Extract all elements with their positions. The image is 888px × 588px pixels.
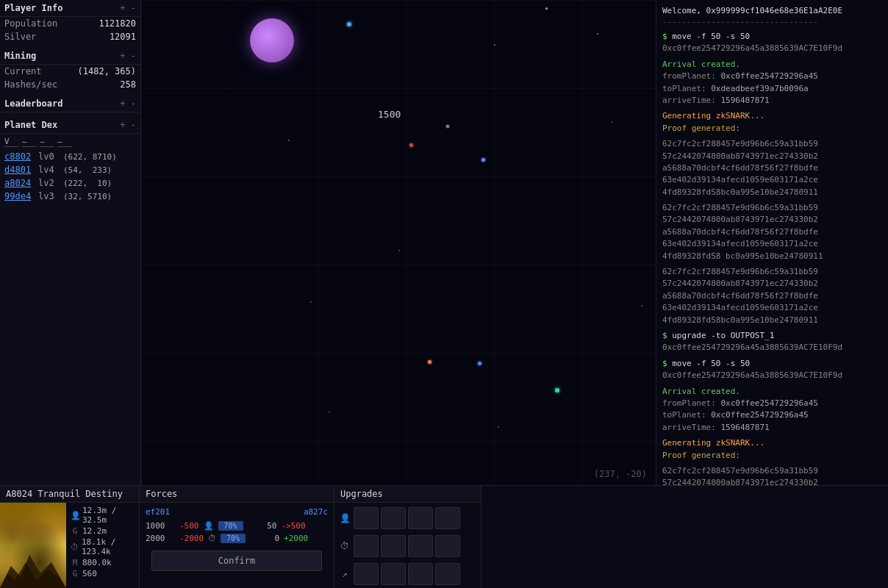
mining-current-label: Current [4, 66, 42, 76]
leaderboard-title: Leaderboard [4, 98, 62, 109]
planet-blue-1[interactable] [347, 22, 351, 26]
bottom-panel: A8024 Tranquil Destiny 👤 12.3m / 32.5m G… [0, 485, 888, 588]
terminal-value: 0xdeadbeef39a7b0096a [706, 84, 809, 93]
map-area[interactable]: 1500 (237, -20) [141, 0, 656, 485]
population-label: Population [4, 18, 57, 29]
planet-gray-1[interactable] [446, 125, 449, 128]
bottom-spacer [481, 486, 888, 588]
upgrade-clock-icon: ⏱ [339, 541, 351, 551]
coord-label: 1500 [378, 109, 401, 120]
terminal-divider: -------------------------------- [662, 17, 882, 26]
planet-id-99de4[interactable]: 99de4 [4, 191, 34, 201]
filter-dash-2[interactable]: – [40, 137, 54, 147]
star-1 [545, 7, 548, 10]
forces-title: Forces [140, 486, 334, 503]
upgrade-cells-clock [354, 535, 460, 557]
terminal-hash-line: 63e402d39134afecd1059e603171a2ce [662, 302, 882, 313]
left-sidebar: Player Info + - Population 1121820 Silve… [0, 0, 141, 485]
population-value: 1121820 [99, 18, 136, 29]
planet-image [0, 503, 66, 588]
g-icon-2: G [71, 569, 79, 578]
map-coords: (237, -20) [594, 469, 647, 479]
terminal-value: 1596487871 [716, 96, 770, 105]
terminal-generating-line: Generating zkSNARK... [662, 437, 882, 448]
prompt-dollar: $ [662, 359, 672, 368]
planet-blue-2[interactable] [481, 158, 485, 162]
planet-coords-a8024: (222, 10) [63, 179, 112, 188]
star-5 [288, 140, 290, 141]
terminal-hash-line: 57c2442074800ab8743971ec274330b2 [662, 278, 882, 289]
star-2 [597, 33, 598, 35]
terminal-label: toPlanet: [662, 84, 706, 93]
upgrade-cell-a1[interactable] [354, 563, 379, 585]
planet-lv-a8024: lv2 [38, 178, 59, 188]
clock-icon-2: ⏱ [208, 534, 216, 543]
terminal-hash-line: 62c7fc2cf288457e9d96b6c59a31bb59 [662, 465, 882, 476]
leaderboard-controls[interactable]: + - [120, 98, 136, 109]
planet-teal-1[interactable] [555, 388, 559, 392]
terminal-green-line: Arrival created. [662, 59, 882, 70]
upgrade-cell-a3[interactable] [408, 563, 433, 585]
terminal-generating-line: Generating zkSNARK... [662, 110, 882, 121]
planet-row-a8024: a8024 lv2 (222, 10) [0, 176, 140, 190]
filter-dash-3[interactable]: – [57, 137, 72, 147]
person-icon-1: 👤 [71, 511, 79, 520]
upgrades-grid: 👤 ⏱ ↗ [334, 503, 481, 588]
force-pos-2: +2000 [284, 534, 308, 543]
upgrade-arrow-icon: ↗ [339, 569, 351, 579]
planet-orange-1[interactable] [428, 360, 432, 364]
terminal-label: fromPlanet: [662, 398, 716, 408]
star-14 [329, 412, 330, 413]
upgrade-cell-a2[interactable] [381, 563, 406, 585]
terminal-line: arriveTime: 1596487871 [662, 95, 882, 106]
upgrade-cell-p3[interactable] [408, 507, 433, 529]
planet-dex-controls[interactable]: + - [120, 120, 136, 130]
terminal-hash-line: a5688a70dcbf4cf6dd78f56f27f8bdfe [662, 226, 882, 237]
upgrade-cell-p1[interactable] [354, 507, 379, 529]
terminal-label: arriveTime: [662, 96, 716, 105]
planet-dex-title: Planet Dex [4, 120, 57, 130]
mining-controls[interactable]: + - [120, 51, 136, 61]
terminal-line: $ upgrade -to OUTPOST_1 [662, 330, 882, 341]
stat-row-g1: G 12.2m [71, 526, 135, 536]
upgrade-cell-c1[interactable] [354, 535, 379, 557]
planet-row-99de4: 99de4 lv3 (32, 5710) [0, 190, 140, 203]
planet-blue-3[interactable] [478, 362, 481, 365]
upgrade-cell-p2[interactable] [381, 507, 406, 529]
upgrade-cell-c2[interactable] [381, 535, 406, 557]
planet-red-1[interactable] [409, 143, 413, 147]
star-10 [641, 305, 642, 306]
force-val-2: 0 [250, 534, 279, 543]
filter-v[interactable]: V [4, 137, 19, 147]
player-info-controls[interactable]: + - [120, 3, 136, 13]
forces-left-id: ef201 [146, 507, 170, 517]
upgrade-cell-c3[interactable] [408, 535, 433, 557]
forces-panel: Forces ef201 a827c 1000 -500 👤 70% 50 ->… [140, 486, 334, 588]
planet-id-d4801[interactable]: d4801 [4, 165, 34, 175]
map-canvas[interactable]: 1500 (237, -20) [141, 0, 656, 485]
terminal-hash-line: 4fd89328fd58bc0a995e10be24780911 [662, 187, 882, 198]
prompt-cmd: move -f 50 -s 50 [672, 359, 750, 368]
force-num-2: 2000 [146, 534, 175, 543]
terminal-label: toPlanet: [662, 410, 706, 420]
planet-id-c8802[interactable]: c8802 [4, 151, 34, 162]
star-9 [310, 301, 312, 303]
force-num-1: 1000 [146, 521, 175, 531]
stat-g1: 12.2m [82, 526, 107, 536]
g-icon-1: G [71, 526, 79, 536]
star-12 [498, 426, 499, 428]
upgrade-cell-a4[interactable] [435, 563, 460, 585]
upgrade-row-arrow: ↗ [339, 563, 476, 585]
population-row: Population 1121820 [0, 17, 140, 30]
terminal-hash-line: 57c2442074800ab8743971ec274330b2 [662, 477, 882, 485]
terminal-hash-line: 4fd89328fd58 bc0a995e10be24780911 [662, 251, 882, 262]
confirm-button[interactable]: Confirm [151, 551, 322, 571]
filter-dash-1[interactable]: – [22, 137, 37, 147]
planet-stats: 👤 12.3m / 32.5m G 12.2m ⏱ 18.1k / 123.4k… [66, 503, 139, 588]
upgrade-cell-c4[interactable] [435, 535, 460, 557]
stat-row-time: ⏱ 18.1k / 123.4k [71, 537, 135, 556]
planet-id-a8024[interactable]: a8024 [4, 178, 34, 188]
upgrade-cell-p4[interactable] [435, 507, 460, 529]
force-pct-2[interactable]: 70% [221, 534, 246, 543]
force-pct-1[interactable]: 70% [218, 521, 243, 531]
